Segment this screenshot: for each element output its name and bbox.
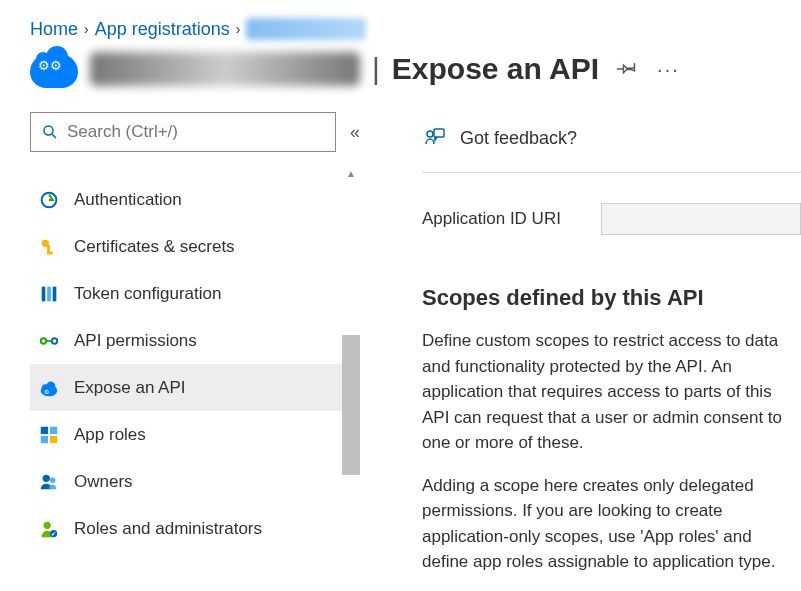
api-permissions-icon [38,330,60,352]
application-id-uri-label: Application ID URI [422,209,561,229]
svg-rect-17 [50,426,57,433]
svg-point-25 [427,131,433,137]
breadcrumb-home-link[interactable]: Home [30,19,78,40]
scroll-thumb[interactable] [342,335,360,475]
svg-point-21 [50,477,55,483]
scroll-up-icon[interactable]: ▲ [346,168,356,179]
svg-point-9 [41,338,47,344]
svg-rect-26 [434,129,444,137]
sidebar-item-label: Owners [74,472,133,492]
sidebar-item-certificates[interactable]: Certificates & secrets [30,223,342,270]
sidebar-item-label: Certificates & secrets [74,237,235,257]
chevron-double-left-icon[interactable]: « [350,122,360,143]
scopes-heading: Scopes defined by this API [422,285,801,311]
app-cloud-icon: ⚙⚙ [30,54,78,88]
pin-icon[interactable] [617,56,639,83]
sidebar-item-label: Authentication [74,190,182,210]
svg-text:⚙: ⚙ [44,387,49,394]
breadcrumb: Home › App registrations › [0,0,801,44]
sidebar-item-authentication[interactable]: Authentication [30,176,342,223]
title-separator: | [372,52,380,86]
owners-icon [38,471,60,493]
svg-rect-19 [50,435,57,442]
search-icon [41,123,59,141]
sidebar-item-expose-api[interactable]: ⚙ Expose an API [30,364,342,411]
sidebar-item-label: App roles [74,425,146,445]
application-id-uri-input[interactable] [601,203,801,235]
cloud-icon: ⚙ [38,377,60,399]
scopes-description-2: Adding a scope here creates only delegat… [422,473,801,576]
sidebar-item-owners[interactable]: Owners [30,458,342,505]
application-id-uri-row: Application ID URI [422,203,801,235]
more-menu-icon[interactable]: ··· [657,58,680,81]
app-roles-icon [38,424,60,446]
sidebar-item-label: API permissions [74,331,197,351]
sidebar: « Authentication Certificates & secrets [0,112,372,575]
breadcrumb-app-registrations-link[interactable]: App registrations [95,19,230,40]
svg-rect-7 [47,286,51,301]
sidebar-item-app-roles[interactable]: App roles [30,411,342,458]
sidebar-item-roles-admins[interactable]: ✔ Roles and administrators [30,505,342,552]
svg-point-22 [44,521,51,528]
sidebar-item-label: Token configuration [74,284,221,304]
main-content: Got feedback? Application ID URI Scopes … [372,112,801,575]
svg-point-10 [52,338,58,344]
app-name-redacted [90,52,360,86]
svg-text:✔: ✔ [51,531,56,537]
svg-rect-5 [47,251,53,254]
authentication-icon [38,189,60,211]
sidebar-nav: Authentication Certificates & secrets To… [30,166,342,575]
svg-point-20 [43,474,50,481]
svg-rect-8 [53,286,57,301]
chevron-right-icon: › [84,21,89,37]
svg-line-1 [52,134,56,138]
breadcrumb-app-name-redacted [246,18,366,40]
sidebar-scrollbar[interactable]: ▲ [342,166,360,575]
chevron-right-icon: › [236,21,241,37]
sidebar-item-token-config[interactable]: Token configuration [30,270,342,317]
roles-admins-icon: ✔ [38,518,60,540]
key-icon [38,236,60,258]
search-input[interactable] [65,121,325,143]
svg-rect-6 [42,286,46,301]
divider [422,172,801,173]
svg-rect-16 [41,426,48,433]
token-icon [38,283,60,305]
scopes-description-1: Define custom scopes to restrict access … [422,328,801,456]
page-title: Expose an API [392,52,599,86]
feedback-link[interactable]: Got feedback? [422,116,801,172]
svg-point-0 [44,126,53,135]
sidebar-item-label: Expose an API [74,378,186,398]
sidebar-item-label: Roles and administrators [74,519,262,539]
svg-rect-18 [41,435,48,442]
sidebar-item-api-permissions[interactable]: API permissions [30,317,342,364]
feedback-icon [422,126,446,150]
search-box[interactable] [30,112,336,152]
feedback-label: Got feedback? [460,128,577,149]
page-header: ⚙⚙ | Expose an API ··· [0,44,801,112]
